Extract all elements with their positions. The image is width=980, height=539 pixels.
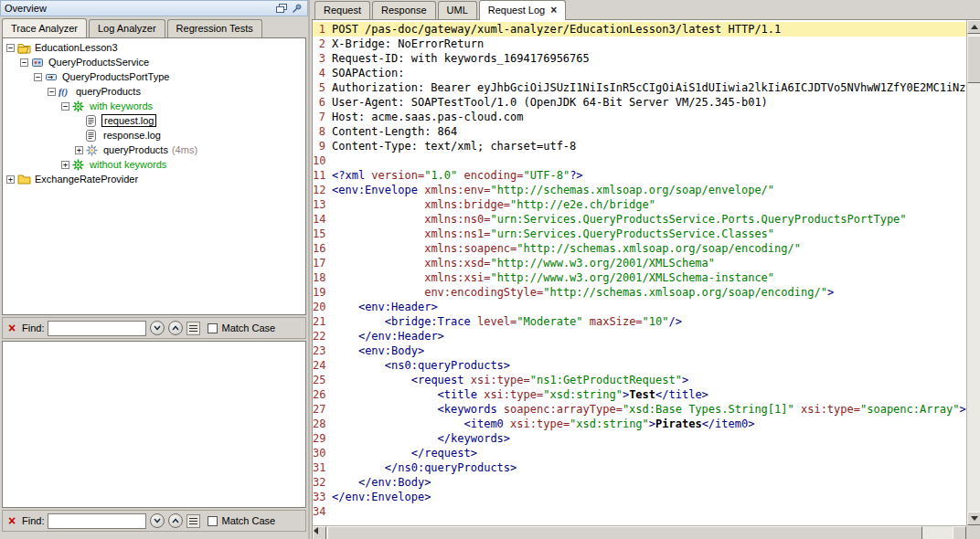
scroll-right-icon[interactable] <box>953 526 966 539</box>
find-label: Find: <box>22 322 44 333</box>
tab-log-analyzer[interactable]: Log Analyzer <box>89 19 165 37</box>
app-window: Overview Trace AnalyzerLog AnalyzerRegre… <box>0 0 980 539</box>
editor-tab-bar: RequestResponseUMLRequest Log× <box>312 0 980 20</box>
tree-item-response-log[interactable]: response.log <box>3 128 305 143</box>
collapse-toggle-icon[interactable]: − <box>61 102 69 111</box>
code-line: 18 xmlns:xsi="http://www.w3.org/2001/XML… <box>313 270 966 285</box>
code-line: 17 xmlns:xsd="http://www.w3.org/2001/XML… <box>313 256 966 270</box>
line-number: 22 <box>313 329 332 343</box>
find-options-icon[interactable] <box>186 514 200 528</box>
expand-toggle-icon[interactable]: + <box>61 161 69 169</box>
tree-item-label: queryProducts <box>74 86 143 97</box>
code-line: 13 xmlns:bridge="http://e2e.ch/bridge" <box>313 197 966 212</box>
tree-item-queryproducts[interactable]: +queryProducts(4ms) <box>3 143 305 157</box>
tree-item-queryproductsservice[interactable]: −QueryProductsService <box>3 55 305 69</box>
tab-request-log[interactable]: Request Log× <box>479 0 566 20</box>
code-line: 34 <box>313 504 966 519</box>
tree-item-request-log[interactable]: request.log <box>3 113 305 128</box>
find-input[interactable] <box>48 321 146 336</box>
tab-trace-analyzer[interactable]: Trace Analyzer <box>2 18 87 37</box>
expand-toggle-icon[interactable]: + <box>75 146 83 154</box>
tree-item-queryproducts[interactable]: −f()queryProducts <box>3 84 305 99</box>
line-number: 27 <box>313 402 332 417</box>
collapse-toggle-icon[interactable]: − <box>48 88 56 96</box>
request-log-viewer: 1POST /pas-doc/gateway/xuml-analyzer/Edu… <box>312 20 980 539</box>
code-line: 15 xmlns:ns1="urn:Services.QueryProducts… <box>313 227 966 241</box>
horizontal-scroll-thumb[interactable] <box>327 526 922 539</box>
log-file-icon <box>86 115 101 127</box>
tab-label: Request Log <box>488 5 545 16</box>
code-line: 27 <keywords soapenc:arrayType="xsd:Base… <box>313 402 966 417</box>
match-case-checkbox[interactable] <box>208 323 218 333</box>
line-number: 30 <box>313 446 332 460</box>
line-number: 7 <box>313 110 332 124</box>
code-line: 32 </env:Body> <box>313 475 966 490</box>
close-tab-icon[interactable]: × <box>550 5 557 15</box>
collapse-toggle-icon[interactable]: − <box>6 44 15 52</box>
tab-label: UML <box>447 5 468 16</box>
pin-icon[interactable] <box>291 3 304 14</box>
results-empty-panel <box>2 341 306 508</box>
service-icon <box>31 57 47 68</box>
tab-response[interactable]: Response <box>372 1 436 19</box>
expand-toggle-icon[interactable]: + <box>6 175 15 184</box>
float-window-icon[interactable] <box>275 3 288 14</box>
code-line: 10 <box>313 153 966 168</box>
editor-panel: RequestResponseUMLRequest Log× 1POST /pa… <box>312 0 980 539</box>
tree-item-educationlesson3[interactable]: −EducationLesson3 <box>3 40 305 55</box>
scroll-left-icon[interactable] <box>313 526 326 539</box>
line-number: 31 <box>313 460 332 475</box>
line-number: 4 <box>313 66 332 80</box>
find-prev-button[interactable] <box>168 321 183 335</box>
tab-uml[interactable]: UML <box>438 1 477 19</box>
tab-regression-tests[interactable]: Regression Tests <box>167 19 262 37</box>
collapse-toggle-icon[interactable]: − <box>20 58 28 67</box>
line-number: 14 <box>313 212 332 227</box>
line-number: 21 <box>313 314 332 329</box>
tab-label: Request <box>324 5 361 16</box>
find-next-button[interactable] <box>150 321 165 335</box>
find-prev-button[interactable] <box>168 513 183 528</box>
code-line: 3Request-ID: with keywords_1694176956765 <box>313 51 966 66</box>
code-line: 11<?xml version="1.0" encoding="UTF-8"?> <box>313 168 966 183</box>
code-line: 20 <env:Header> <box>313 300 966 314</box>
code-line: 21 <bridge:Trace level="Moderate" maxSiz… <box>313 314 966 329</box>
code-line: 29 </keywords> <box>313 431 966 446</box>
scroll-down-icon[interactable] <box>967 512 980 525</box>
match-case-checkbox[interactable] <box>208 516 218 526</box>
scroll-up-icon[interactable] <box>967 20 980 34</box>
code-line: 16 xmlns:soapenc="http://schemas.xmlsoap… <box>313 241 966 256</box>
tab-request[interactable]: Request <box>314 1 370 19</box>
tree-item-queryproductsporttype[interactable]: −QueryProductsPortType <box>3 69 305 84</box>
folder-open-icon <box>17 42 33 54</box>
code-view[interactable]: 1POST /pas-doc/gateway/xuml-analyzer/Edu… <box>313 20 966 525</box>
tree-item-label: QueryProductsService <box>47 57 151 68</box>
overview-titlebar: Overview <box>0 0 308 16</box>
code-line: 33</env:Envelope> <box>313 490 966 504</box>
find-next-button[interactable] <box>150 513 165 528</box>
find-bar-bottom: × Find: Match Case <box>2 510 306 532</box>
code-line: 26 <title xsi:type="xsd:string">Test</ti… <box>313 387 966 402</box>
close-find-icon[interactable]: × <box>5 322 18 334</box>
vertical-scrollbar[interactable] <box>966 20 980 525</box>
vertical-scroll-thumb[interactable] <box>967 36 980 83</box>
line-number: 19 <box>313 285 332 300</box>
line-number: 34 <box>313 504 332 519</box>
tab-label: Response <box>381 5 427 16</box>
find-options-icon[interactable] <box>186 322 200 335</box>
horizontal-scrollbar[interactable] <box>313 525 966 539</box>
line-number: 2 <box>313 37 332 51</box>
find-input[interactable] <box>48 513 146 529</box>
operation-icon <box>86 144 101 156</box>
code-line: 25 <request xsi:type="ns1:GetProductRequ… <box>313 373 966 387</box>
tree-item-exchangerateprovider[interactable]: +ExchangeRateProvider <box>3 172 305 186</box>
close-find-icon[interactable]: × <box>5 514 18 527</box>
code-line: 9Content-Type: text/xml; charset=utf-8 <box>313 139 966 153</box>
find-bar-top: × Find: Match Case <box>2 317 306 339</box>
collapse-toggle-icon[interactable]: − <box>34 73 42 81</box>
tree-item-with-keywords[interactable]: −with keywords <box>3 99 305 113</box>
code-line: 24 <ns0:queryProducts> <box>313 358 966 373</box>
line-number: 32 <box>313 475 332 490</box>
tree-item-without-keywords[interactable]: +without keywords <box>3 157 305 172</box>
line-number: 6 <box>313 95 332 110</box>
